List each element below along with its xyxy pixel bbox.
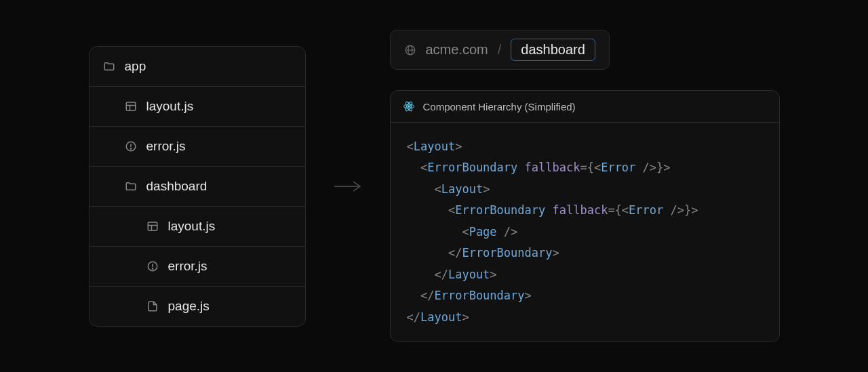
code-line: <Layout> (407, 179, 763, 200)
layout-icon (125, 100, 137, 112)
tree-item-label: layout.js (146, 99, 194, 114)
svg-point-16 (408, 106, 410, 108)
svg-rect-0 (126, 102, 136, 110)
svg-rect-6 (148, 222, 157, 230)
svg-point-11 (152, 268, 153, 268)
tree-item-layout-js[interactable]: layout.js (90, 87, 305, 127)
tree-item-error-js[interactable]: error.js (90, 247, 305, 287)
tree-item-label: error.js (146, 139, 186, 154)
url-domain: acme.com (426, 42, 488, 58)
tree-item-label: dashboard (146, 179, 208, 194)
globe-icon (404, 44, 416, 56)
code-panel-title: Component Hierarchy (Simplified) (423, 101, 576, 112)
folder-icon (125, 180, 137, 192)
tree-item-page-js[interactable]: page.js (90, 287, 305, 326)
layout-icon (146, 220, 159, 232)
right-column: acme.com / dashboard Component Hierarchy… (390, 30, 780, 342)
tree-item-label: page.js (168, 299, 210, 314)
tree-item-label: error.js (168, 259, 208, 274)
code-line: <Layout> (407, 136, 763, 157)
tree-item-layout-js[interactable]: layout.js (90, 207, 305, 247)
arrow-icon (333, 180, 363, 193)
code-line: </ErrorBoundary> (407, 285, 763, 306)
folder-icon (103, 60, 115, 73)
svg-point-5 (130, 148, 131, 148)
error-icon (146, 260, 159, 272)
code-line: <Page /> (407, 222, 763, 243)
code-panel-header: Component Hierarchy (Simplified) (391, 91, 779, 123)
code-panel: Component Hierarchy (Simplified) <Layout… (390, 90, 780, 342)
url-segment: dashboard (511, 39, 595, 61)
file-tree: app layout.jserror.jsdashboardlayout.jse… (89, 46, 306, 327)
file-icon (146, 300, 159, 312)
tree-root-label: app (125, 59, 146, 74)
code-line: <ErrorBoundary fallback={<Error />}> (407, 200, 763, 221)
url-bar: acme.com / dashboard (390, 30, 610, 70)
react-icon (403, 100, 415, 112)
code-line: </ErrorBoundary> (407, 243, 763, 264)
tree-root[interactable]: app (90, 47, 305, 87)
tree-item-label: layout.js (168, 219, 216, 234)
code-line: </Layout> (407, 307, 763, 328)
url-separator: / (498, 42, 502, 58)
code-line: </Layout> (407, 264, 763, 285)
tree-item-error-js[interactable]: error.js (90, 127, 305, 167)
code-body: <Layout> <ErrorBoundary fallback={<Error… (391, 123, 779, 342)
tree-item-dashboard[interactable]: dashboard (90, 167, 305, 207)
error-icon (125, 140, 137, 152)
code-line: <ErrorBoundary fallback={<Error />}> (407, 157, 763, 178)
